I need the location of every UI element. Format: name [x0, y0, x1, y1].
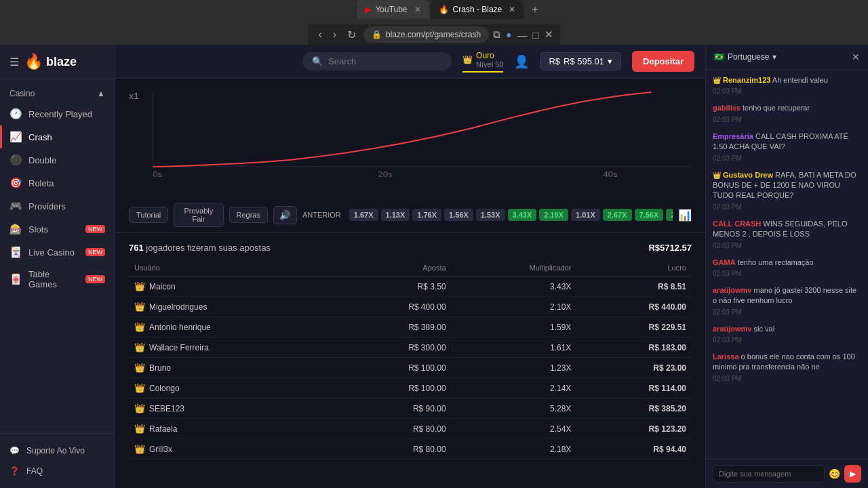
table-row: 👑 Bruno R$ 100.00 1.23X R$ 23.00	[129, 358, 692, 378]
chat-message-input[interactable]	[713, 465, 825, 483]
youtube-tab-label: YouTube	[375, 5, 407, 14]
anterior-label: ANTERIOR	[302, 211, 341, 219]
profile-icon[interactable]: ●	[506, 29, 511, 40]
user-cell: 👑 Rafaela	[129, 419, 336, 439]
maximize-icon[interactable]: □	[533, 29, 539, 41]
lang-dropdown-icon: ▾	[772, 52, 776, 62]
balance-button[interactable]: R$ R$ 595.01 ▾	[540, 52, 621, 70]
sidebar-item-double[interactable]: ⚫ Double	[0, 148, 115, 171]
casino-section: Casino ▲ 🕐 Recently Played 📈 Crash ⚫ Dou…	[0, 79, 115, 300]
svg-text:40s: 40s	[604, 170, 618, 179]
multiplier-badge[interactable]: 1.67X	[349, 209, 378, 221]
username: Maicon	[149, 282, 176, 291]
youtube-favicon: ▶	[365, 5, 371, 14]
blaze-logo: 🔥 blaze	[24, 53, 77, 70]
chat-close-button[interactable]: ✕	[852, 52, 860, 62]
close-window-icon[interactable]: ✕	[545, 28, 553, 41]
sidebar-item-providers[interactable]: 🎮 Providers	[0, 195, 115, 218]
provably-fair-button[interactable]: Provably Fair	[174, 203, 223, 227]
sound-toggle-button[interactable]: 🔊	[273, 206, 297, 224]
search-input[interactable]	[328, 56, 423, 66]
chart-stats-icon[interactable]: 📊	[678, 209, 692, 222]
rules-button[interactable]: Regras	[229, 207, 268, 223]
col-aposta: Aposta	[336, 260, 452, 277]
table-row: 👑 Grill3x R$ 80.00 2.18X R$ 94.40	[129, 439, 692, 460]
balance-dropdown-icon: ▾	[608, 56, 612, 66]
mult-cell: 1.61X	[452, 338, 577, 358]
sidebar-item-table-games[interactable]: 🀄 Table Games NEW	[0, 264, 115, 295]
mult-cell: 2.54X	[452, 419, 577, 439]
roleta-label: Roleta	[28, 178, 54, 188]
crown-icon: 👑	[134, 302, 145, 312]
table-row: 👑 Wallace Ferreira R$ 300.00 1.61X R$ 18…	[129, 338, 692, 358]
sidebar-item-slots[interactable]: 🎰 Slots NEW	[0, 218, 115, 241]
crown-icon: 👑	[134, 281, 145, 291]
table-games-badge: NEW	[85, 275, 105, 283]
sidebar-item-crash[interactable]: 📈 Crash	[0, 125, 115, 148]
multiplier-badge[interactable]: 1.53X	[476, 209, 505, 221]
sidebar-item-roleta[interactable]: 🎯 Roleta	[0, 171, 115, 195]
mult-cell: 2.18X	[452, 439, 577, 460]
mult-cell: 1.23X	[452, 358, 577, 378]
bet-cell: R$ 90.00	[336, 399, 452, 419]
user-cell: 👑 Colongo	[129, 378, 336, 399]
chat-timestamp: 02:03 PM	[713, 203, 861, 212]
minimize-icon[interactable]: —	[517, 29, 528, 41]
controls-bar: Tutorial Provably Fair Regras 🔊 ANTERIOR…	[115, 197, 705, 233]
address-bar[interactable]: 🔒 blaze.com/pt/games/crash	[363, 26, 489, 43]
svg-text:x1: x1	[129, 92, 139, 101]
multiplier-badge[interactable]: 1.56X	[444, 209, 473, 221]
multiplier-badge[interactable]: 1.13X	[381, 209, 410, 221]
refresh-button[interactable]: ↻	[344, 27, 359, 43]
crown-icon: 👑	[713, 171, 721, 179]
search-bar[interactable]: 🔍	[302, 52, 452, 70]
browser-tab-youtube[interactable]: ▶ YouTube ✕	[357, 0, 429, 19]
multiplier-badge[interactable]: 1.76X	[412, 209, 441, 221]
sidebar-item-support[interactable]: 💬 Suporte Ao Vivo	[0, 441, 115, 461]
user-profile-button[interactable]: 👤	[514, 54, 529, 69]
tutorial-button[interactable]: Tutorial	[129, 207, 168, 223]
multiplier-badge[interactable]: 2.81X	[666, 209, 673, 221]
crown-icon: 👑	[134, 424, 145, 434]
col-multiplicador: Multiplicador	[452, 260, 577, 277]
multiplier-badge[interactable]: 1.01X	[571, 209, 600, 221]
deposit-button[interactable]: Depositar	[632, 51, 694, 72]
players-count: 761	[129, 243, 144, 253]
back-button[interactable]: ‹	[315, 27, 325, 42]
sidebar-item-live-casino[interactable]: 🃏 Live Casino NEW	[0, 241, 115, 264]
ouro-label: Ouro	[476, 51, 503, 60]
chat-message: 👑 Renanzim123 Ah entendi valeu 02:03 PM	[713, 75, 861, 96]
close-tab-icon[interactable]: ✕	[414, 5, 421, 14]
casino-section-header[interactable]: Casino ▲	[0, 85, 115, 102]
flame-icon: 🔥	[24, 53, 43, 70]
profit-cell: R$ 183.00	[576, 338, 692, 358]
table-row: 👑 Antonio henrique R$ 389.00 1.59X R$ 22…	[129, 317, 692, 338]
chat-username: Renanzim123	[723, 76, 770, 84]
multiplier-badge[interactable]: 2.67X	[603, 209, 632, 221]
slots-badge: NEW	[85, 225, 105, 233]
extensions-icon[interactable]: ⧉	[493, 28, 500, 41]
emoji-button[interactable]: 😊	[829, 468, 840, 479]
slots-icon: 🎰	[9, 223, 22, 235]
sidebar-item-faq[interactable]: ❓ FAQ	[0, 461, 115, 481]
new-tab-button[interactable]: +	[525, 0, 545, 19]
multiplier-badge[interactable]: 3.43X	[508, 209, 537, 221]
multiplier-badge[interactable]: 2.19X	[539, 209, 568, 221]
chat-timestamp: 02:03 PM	[713, 154, 861, 163]
send-message-button[interactable]: ▶	[844, 465, 861, 483]
bet-cell: R$ 100.00	[336, 378, 452, 399]
bets-info: 761 jogadores fizeram suas apostas	[129, 243, 271, 253]
table-row: 👑 Rafaela R$ 80.00 2.54X R$ 123.20	[129, 419, 692, 439]
hamburger-menu[interactable]: ☰	[9, 56, 19, 68]
bet-cell: R$ 300.00	[336, 338, 452, 358]
close-tab-icon[interactable]: ✕	[509, 5, 515, 14]
forward-button[interactable]: ›	[330, 27, 340, 42]
chat-message: araújowmv mano jô gastei 3200 nesse site…	[713, 285, 861, 317]
language-selector[interactable]: 🇧🇷 Portuguese ▾	[714, 52, 776, 62]
support-label: Suporte Ao Vivo	[26, 446, 85, 455]
chat-header: 🇧🇷 Portuguese ▾ ✕	[706, 45, 868, 70]
browser-tab-crash[interactable]: 🔥 Crash - Blaze ✕	[431, 0, 524, 19]
multiplier-badge[interactable]: 7.56X	[635, 209, 664, 221]
bets-section: 761 jogadores fizeram suas apostas R$571…	[115, 233, 705, 488]
sidebar-item-recently-played[interactable]: 🕐 Recently Played	[0, 102, 115, 125]
